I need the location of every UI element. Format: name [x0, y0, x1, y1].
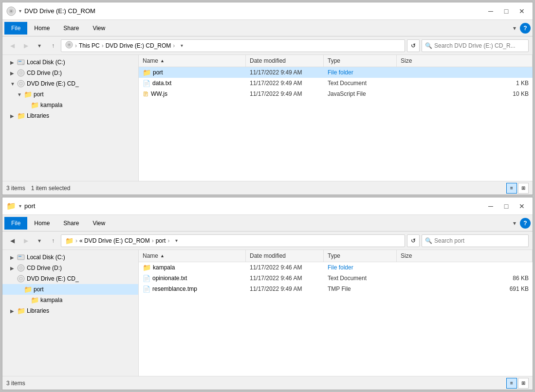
- file-size-ww-1: 10 KB: [397, 90, 533, 97]
- dvd-icon-2: [17, 275, 25, 283]
- ribbon-chevron-2[interactable]: ▾: [511, 218, 518, 229]
- path-dropdown-1[interactable]: ▾: [179, 42, 185, 49]
- folder-icon-port-2: 📁: [24, 285, 32, 293]
- close-btn-1[interactable]: ✕: [515, 6, 529, 17]
- large-icons-btn-2[interactable]: ⊞: [518, 378, 529, 389]
- tab-view-1[interactable]: View: [86, 22, 112, 35]
- tab-share-1[interactable]: Share: [56, 22, 86, 35]
- sidebar-item-kampala-2[interactable]: 📁 kampala: [2, 295, 138, 305]
- sidebar-item-dvde-2[interactable]: DVD Drive (E:) CD_: [2, 273, 138, 284]
- col-header-date-2[interactable]: Date modified: [246, 250, 324, 262]
- pin-icon-2[interactable]: ▾: [19, 203, 21, 209]
- path-dropdown-2[interactable]: ▾: [173, 237, 180, 244]
- svg-point-5: [69, 44, 70, 46]
- toggle-cdd-2[interactable]: ▶: [10, 266, 17, 271]
- ribbon-chevron-1[interactable]: ▾: [511, 23, 518, 34]
- details-view-btn-1[interactable]: ≡: [506, 183, 517, 194]
- details-view-btn-2[interactable]: ≡: [506, 378, 517, 389]
- file-size-opinionate-2: 86 KB: [397, 275, 533, 282]
- help-btn-1[interactable]: ?: [520, 23, 531, 34]
- up-btn-1[interactable]: ↑: [47, 40, 59, 52]
- minimize-btn-2[interactable]: ─: [484, 201, 498, 212]
- path-drive-1[interactable]: DVD Drive (E:) CD_ROM: [106, 42, 171, 49]
- table-row[interactable]: 📁 kampala 11/17/2022 9:46 AM File folder: [139, 262, 533, 273]
- search-input-1[interactable]: [434, 42, 525, 49]
- col-header-type-2[interactable]: Type: [324, 250, 397, 262]
- refresh-btn-1[interactable]: ↺: [407, 39, 420, 52]
- refresh-btn-2[interactable]: ↺: [407, 234, 420, 247]
- close-btn-2[interactable]: ✕: [515, 201, 529, 212]
- address-path-1[interactable]: › This PC › DVD Drive (E:) CD_ROM › ▾: [61, 39, 405, 52]
- up-btn-2[interactable]: ↑: [47, 235, 59, 247]
- tmp-icon-row-2: 📄: [143, 285, 150, 293]
- maximize-btn-1[interactable]: □: [499, 6, 513, 17]
- tab-view-2[interactable]: View: [86, 217, 112, 230]
- table-row[interactable]: 📄 data.txt 11/17/2022 9:49 AM Text Docum…: [139, 78, 533, 89]
- forward-btn-1[interactable]: ▶: [20, 40, 32, 52]
- toggle-libraries-1[interactable]: ▶: [10, 113, 17, 119]
- minimize-btn-1[interactable]: ─: [484, 6, 498, 17]
- sidebar-item-port-1[interactable]: ▼ 📁 port: [2, 89, 138, 100]
- tab-file-2[interactable]: File: [4, 217, 27, 230]
- pin-icon-1[interactable]: ▾: [19, 8, 21, 14]
- large-icons-btn-1[interactable]: ⊞: [518, 183, 529, 194]
- col-header-date-1[interactable]: Date modified: [246, 55, 324, 67]
- sidebar-label-localc-1: Local Disk (C:): [27, 59, 65, 66]
- sidebar-label-port-2: port: [34, 286, 44, 293]
- back-btn-1[interactable]: ◀: [6, 40, 18, 52]
- forward-btn-2[interactable]: ▶: [20, 235, 32, 247]
- table-row[interactable]: 📁 port 11/17/2022 9:49 AM File folder: [139, 67, 533, 78]
- col-header-size-1[interactable]: Size: [397, 55, 533, 67]
- file-date-ww-1: 11/17/2022 9:49 AM: [246, 90, 324, 97]
- toggle-localc-1[interactable]: ▶: [10, 60, 17, 65]
- toggle-localc-2[interactable]: ▶: [10, 255, 17, 260]
- table-row[interactable]: 📄 opinionate.txt 11/17/2022 9:46 AM Text…: [139, 273, 533, 284]
- up-btn-dropdown-1[interactable]: ▾: [34, 40, 45, 52]
- up-btn-dropdown-2[interactable]: ▾: [34, 235, 45, 247]
- file-type-ww-1: JavaScript File: [324, 90, 397, 97]
- col-header-type-1[interactable]: Type: [324, 55, 397, 67]
- back-btn-2[interactable]: ◀: [6, 235, 18, 247]
- sidebar-item-cdd-1[interactable]: ▶ CD Drive (D:): [2, 68, 138, 78]
- sidebar-2: ▶ Local Disk (C:) ▶ CD Drive (D:): [2, 250, 139, 376]
- help-btn-2[interactable]: ?: [520, 218, 531, 229]
- sidebar-item-localc-1[interactable]: ▶ Local Disk (C:): [2, 57, 138, 68]
- path-thispc-1[interactable]: This PC: [79, 42, 100, 49]
- file-name-opinionate-2: 📄 opinionate.txt: [139, 275, 246, 282]
- sidebar-item-kampala-1[interactable]: 📁 kampala: [2, 100, 138, 110]
- table-row[interactable]: 📄 resemblance.tmp 11/17/2022 9:49 AM TMP…: [139, 284, 533, 294]
- col-header-name-2[interactable]: Name ▲: [139, 250, 246, 262]
- path-port-2[interactable]: port: [156, 237, 166, 244]
- sidebar-item-libraries-1[interactable]: ▶ 📁 Libraries: [2, 110, 138, 121]
- search-box-1[interactable]: 🔍: [422, 39, 529, 52]
- tab-home-1[interactable]: Home: [27, 22, 56, 35]
- toggle-port-1[interactable]: ▼: [17, 92, 24, 97]
- toggle-libraries-2[interactable]: ▶: [10, 308, 17, 314]
- sidebar-item-localc-2[interactable]: ▶ Local Disk (C:): [2, 252, 138, 263]
- sidebar-item-libraries-2[interactable]: ▶ 📁 Libraries: [2, 305, 138, 316]
- file-date-kampala-2: 11/17/2022 9:46 AM: [246, 264, 324, 271]
- table-row[interactable]: 🖹 WW.js 11/17/2022 9:49 AM JavaScript Fi…: [139, 89, 533, 99]
- sidebar-item-cdd-2[interactable]: ▶ CD Drive (D:): [2, 263, 138, 273]
- toggle-dvde-1[interactable]: ▼: [10, 81, 17, 87]
- search-input-2[interactable]: [434, 237, 525, 244]
- path-dvd-2[interactable]: « DVD Drive (E:) CD_ROM: [79, 237, 150, 244]
- path-icon-2: 📁: [65, 237, 74, 245]
- tab-home-2[interactable]: Home: [27, 217, 56, 230]
- address-path-2[interactable]: 📁 › « DVD Drive (E:) CD_ROM › port › ▾: [61, 234, 405, 247]
- svg-rect-15: [18, 255, 24, 260]
- window-2: 📁 ▾ port ─ □ ✕ File Home Share View ▾ ? …: [2, 197, 533, 390]
- cd-icon-2: [17, 264, 25, 272]
- folder-icon-row-2a: 📁: [143, 264, 151, 271]
- col-header-name-1[interactable]: Name ▲: [139, 55, 246, 67]
- file-type-kampala-2: File folder: [324, 264, 397, 271]
- file-list-header-1: Name ▲ Date modified Type Size: [139, 55, 533, 67]
- maximize-btn-2[interactable]: □: [499, 201, 513, 212]
- search-box-2[interactable]: 🔍: [422, 234, 529, 247]
- sidebar-item-dvde-1[interactable]: ▼ DVD Drive (E:) CD_: [2, 78, 138, 89]
- sidebar-item-port-2[interactable]: 📁 port: [2, 284, 138, 295]
- tab-share-2[interactable]: Share: [56, 217, 86, 230]
- tab-file-1[interactable]: File: [4, 22, 27, 35]
- toggle-cdd-1[interactable]: ▶: [10, 71, 17, 76]
- col-header-size-2[interactable]: Size: [397, 250, 533, 262]
